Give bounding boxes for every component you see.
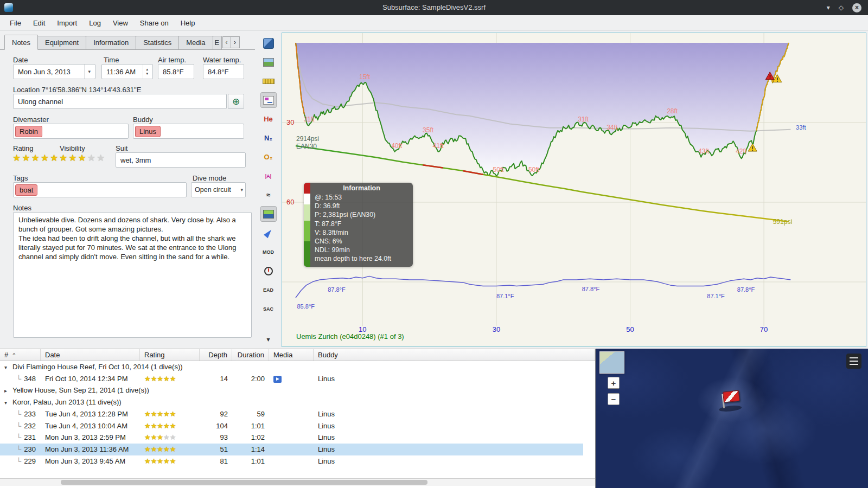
- tab-scroll-right-icon[interactable]: ›: [231, 36, 240, 48]
- location-input[interactable]: Ulong channel: [13, 94, 227, 109]
- star-icon[interactable]: ★: [144, 433, 151, 441]
- date-input[interactable]: Mon Jun 3, 2013 ▾: [13, 64, 95, 79]
- menu-item-log[interactable]: Log: [84, 17, 106, 29]
- star-icon[interactable]: ★: [41, 153, 49, 163]
- pp-he-icon[interactable]: He: [260, 111, 277, 127]
- ceiling-icon[interactable]: |A|: [260, 168, 277, 184]
- dive-computer-icon[interactable]: [260, 35, 277, 51]
- divemaster-input[interactable]: Robin: [13, 124, 129, 139]
- star-icon[interactable]: ★: [157, 422, 163, 430]
- suit-input[interactable]: wet, 3mm: [116, 152, 246, 168]
- star-icon[interactable]: ★: [97, 153, 105, 163]
- trip-row[interactable]: ▾Koror, Palau, Jun 2013 (11 dive(s)): [0, 396, 583, 408]
- menu-item-share-on[interactable]: Share on: [135, 17, 174, 29]
- star-icon[interactable]: ★: [151, 422, 157, 430]
- star-icon[interactable]: ★: [144, 375, 151, 383]
- ruler-icon[interactable]: [260, 73, 277, 89]
- dive-row[interactable]: └232Tue Jun 4, 2013 10:04 AM★★★★★1041:01…: [0, 420, 583, 432]
- star-icon[interactable]: ★: [151, 433, 157, 441]
- menu-item-import[interactable]: Import: [52, 17, 82, 29]
- star-icon[interactable]: ★: [163, 433, 170, 441]
- star-icon[interactable]: ★: [170, 422, 176, 430]
- map-zoom-out-button[interactable]: −: [608, 393, 620, 405]
- star-icon[interactable]: ★: [157, 433, 163, 441]
- notes-textarea[interactable]: Unbelievable dive. Dozens and dozens of …: [13, 212, 252, 338]
- star-icon[interactable]: ★: [31, 153, 40, 163]
- trip-row[interactable]: ▾Divi Flamingo House Reef, Fri Oct 10, 2…: [0, 361, 583, 373]
- map-menu-button[interactable]: [846, 354, 861, 369]
- column-header-date[interactable]: Date: [41, 349, 140, 361]
- star-icon[interactable]: ★: [144, 410, 151, 418]
- star-icon[interactable]: ★: [151, 375, 157, 383]
- star-icon[interactable]: ★: [144, 457, 151, 465]
- menu-item-edit[interactable]: Edit: [28, 17, 50, 29]
- star-icon[interactable]: ★: [163, 445, 170, 453]
- dive-row[interactable]: └230Mon Jun 3, 2013 11:36 AM★★★★★511:14L…: [0, 444, 583, 455]
- star-icon[interactable]: ★: [170, 457, 176, 465]
- star-icon[interactable]: ★: [170, 433, 176, 441]
- trip-row[interactable]: ▸Yellow House, Sun Sep 21, 2014 (1 dive(…: [0, 384, 583, 396]
- visibility-stars[interactable]: ★★★★★: [59, 153, 105, 163]
- expand-icon[interactable]: ▸: [4, 385, 12, 397]
- tab-equipment[interactable]: Equipment: [37, 36, 86, 49]
- divemaster-tag[interactable]: Robin: [15, 126, 42, 137]
- star-icon[interactable]: ★: [170, 375, 176, 383]
- star-icon[interactable]: ★: [78, 153, 86, 163]
- star-icon[interactable]: ★: [87, 153, 95, 163]
- tags-input[interactable]: boat: [13, 182, 187, 197]
- column-header-duration[interactable]: Duration: [232, 349, 269, 361]
- dc-ceiling-icon[interactable]: [260, 206, 277, 222]
- tab-media[interactable]: Media: [178, 36, 213, 49]
- menu-item-view[interactable]: View: [107, 17, 133, 29]
- star-icon[interactable]: ★: [157, 375, 163, 383]
- dive-row[interactable]: └233Tue Jun 4, 2013 12:28 PM★★★★★9259Lin…: [0, 408, 583, 420]
- tab-scroll-left-icon[interactable]: ‹: [222, 36, 231, 48]
- star-icon[interactable]: ★: [170, 410, 176, 418]
- tab-statistics[interactable]: Statistics: [136, 36, 179, 49]
- show-photos-icon[interactable]: [260, 54, 277, 70]
- toolbar-scroll-down-icon[interactable]: ▾: [266, 336, 270, 343]
- air-temp-input[interactable]: 85.8°F: [158, 64, 194, 79]
- heart-rate-icon[interactable]: ≈: [260, 187, 277, 203]
- column-header-depth[interactable]: Depth: [200, 349, 232, 361]
- map-overview-thumbnail[interactable]: [599, 351, 624, 374]
- star-icon[interactable]: ★: [157, 457, 163, 465]
- rating-stars[interactable]: ★★★★★: [12, 153, 58, 163]
- close-button[interactable]: ×: [852, 3, 861, 12]
- media-icon[interactable]: [273, 376, 282, 383]
- toggle-infobox-icon[interactable]: [260, 92, 277, 108]
- star-icon[interactable]: ★: [151, 457, 157, 465]
- column-header-num[interactable]: #^: [0, 349, 41, 361]
- spin-up-icon[interactable]: ▴: [146, 67, 148, 72]
- buddy-input[interactable]: Linus: [133, 124, 244, 139]
- star-icon[interactable]: ★: [151, 410, 157, 418]
- star-icon[interactable]: ★: [22, 153, 30, 163]
- menu-item-help[interactable]: Help: [175, 17, 201, 29]
- time-input[interactable]: 11:36 AM ▴ ▾: [101, 64, 153, 79]
- tab-information[interactable]: Information: [86, 36, 136, 49]
- map-zoom-in-button[interactable]: +: [608, 377, 620, 389]
- star-icon[interactable]: ★: [163, 457, 170, 465]
- tab-e[interactable]: E: [213, 36, 222, 49]
- map-widget[interactable]: + −: [595, 349, 868, 488]
- collapse-icon[interactable]: ▾: [4, 362, 12, 374]
- star-icon[interactable]: ★: [144, 445, 151, 453]
- dive-row[interactable]: └231Mon Jun 3, 2013 2:59 PM★★★★★931:02Li…: [0, 432, 583, 444]
- minimize-button[interactable]: ▾: [827, 4, 830, 11]
- tab-notes[interactable]: Notes: [4, 35, 38, 50]
- pp-o2-icon[interactable]: O₂: [260, 149, 277, 165]
- ead-icon[interactable]: EAD: [260, 282, 277, 298]
- pp-n2-icon[interactable]: N₂: [260, 130, 277, 146]
- dive-row[interactable]: └348Fri Oct 10, 2014 12:34 PM★★★★★142:00…: [0, 373, 583, 385]
- column-header-rating[interactable]: Rating: [140, 349, 200, 361]
- star-icon[interactable]: ★: [157, 410, 163, 418]
- star-icon[interactable]: ★: [12, 153, 21, 163]
- dive-row[interactable]: └229Mon Jun 3, 2013 9:45 AM★★★★★811:01Li…: [0, 455, 583, 467]
- globe-button[interactable]: ⊕: [228, 94, 244, 109]
- spin-down-icon[interactable]: ▾: [146, 72, 148, 76]
- star-icon[interactable]: ★: [151, 445, 157, 453]
- star-icon[interactable]: ★: [163, 375, 170, 383]
- star-icon[interactable]: ★: [50, 153, 58, 163]
- star-icon[interactable]: ★: [170, 445, 176, 453]
- star-icon[interactable]: ★: [59, 153, 67, 163]
